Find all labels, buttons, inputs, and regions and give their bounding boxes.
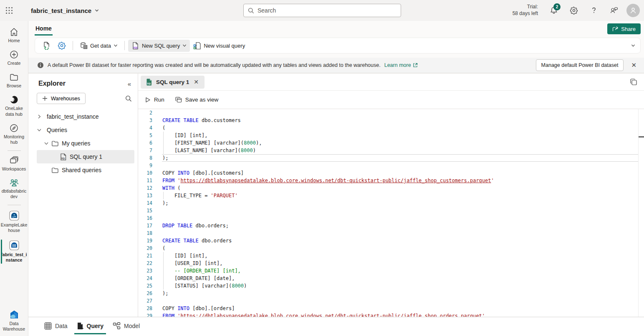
tree-item-fabric-test-instance[interactable]: fabric_test_instance xyxy=(37,110,134,123)
query-tab[interactable]: SQL SQL query 1 ✕ xyxy=(141,76,205,89)
learn-more-link[interactable]: Learn more xyxy=(384,62,418,68)
rail-item-browse[interactable]: Browse xyxy=(0,69,28,92)
app-launcher-icon[interactable] xyxy=(0,0,18,21)
code-line-19[interactable]: 19CREATE TABLE dbo.orders xyxy=(138,237,644,244)
search-tree-icon[interactable] xyxy=(125,95,132,102)
code-line-27[interactable]: 27 xyxy=(138,297,644,305)
rail-item-dbtlabsfabricdev[interactable]: dbtlabsfabricdev xyxy=(0,175,28,203)
feedback-button[interactable] xyxy=(604,0,624,21)
code-line-9[interactable]: 9 xyxy=(138,162,644,169)
rail-item-data-warehouse[interactable]: Data Warehouse xyxy=(0,307,28,335)
code-line-3[interactable]: 3CREATE TABLE dbo.customers xyxy=(138,117,644,124)
code-text: [FIRST_NAME] [varchar](8000), xyxy=(152,139,644,147)
get-data-button[interactable]: Get data xyxy=(76,40,121,52)
rail-item-label: Browse xyxy=(7,83,21,89)
settings-button[interactable] xyxy=(564,0,584,21)
rail-item-onelake-data-hub[interactable]: OneLake data hub xyxy=(0,92,28,120)
rail-divider xyxy=(8,150,21,151)
rail-item-monitoring-hub[interactable]: Monitoring hub xyxy=(0,120,28,148)
tree-item-my-queries[interactable]: My queries xyxy=(37,137,134,150)
code-line-4[interactable]: 4( xyxy=(138,124,644,132)
code-line-12[interactable]: 12WITH ( xyxy=(138,184,644,192)
line-number: 24 xyxy=(138,275,152,281)
settings-ribbon-button[interactable] xyxy=(54,39,69,52)
chevron-down-icon xyxy=(114,43,118,48)
code-text xyxy=(152,109,644,117)
code-line-11[interactable]: 11FROM 'https://dbtlabsynapsedatalake.bl… xyxy=(138,177,644,184)
rail-item-label: Workspaces xyxy=(2,166,26,172)
code-line-23[interactable]: 23 -- [ORDER_DATE] [int], xyxy=(138,267,644,275)
workspace-switcher[interactable]: fabric_test_instance xyxy=(31,7,99,14)
code-line-6[interactable]: 6 [FIRST_NAME] [varchar](8000), xyxy=(138,139,644,147)
code-line-14[interactable]: 14); xyxy=(138,199,644,207)
line-number: 7 xyxy=(138,148,152,153)
new-sql-query-button[interactable]: SQL New SQL query xyxy=(128,40,190,52)
indent-guide xyxy=(163,139,164,147)
share-icon xyxy=(612,26,619,32)
close-banner-icon[interactable]: ✕ xyxy=(629,60,638,71)
query-tab-title: SQL query 1 xyxy=(156,79,189,85)
rail-item-examplelakehouse[interactable]: ExampleLakehouse xyxy=(0,207,28,237)
bottom-tab-query[interactable]: Query xyxy=(74,317,106,334)
rail-item-create[interactable]: Create xyxy=(0,47,28,69)
run-button[interactable]: Run xyxy=(145,97,164,103)
code-line-5[interactable]: 5 [ID] [int], xyxy=(138,132,644,139)
help-button[interactable] xyxy=(584,0,604,21)
search-input[interactable]: Search xyxy=(243,4,401,17)
tree-item-queries[interactable]: Queries xyxy=(37,123,134,137)
tree-item-sql-query-1[interactable]: SQLSQL query 1 xyxy=(37,150,134,163)
code-line-8[interactable]: 8); xyxy=(138,154,644,162)
rail-item-workspaces[interactable]: Workspaces xyxy=(0,153,28,175)
data-grid-icon xyxy=(44,322,52,330)
sql-editor[interactable]: 23CREATE TABLE dbo.customers4(5 [ID] [in… xyxy=(138,109,644,317)
new-report-button[interactable] xyxy=(39,39,54,52)
line-number: 17 xyxy=(138,223,152,229)
code-line-18[interactable]: 18 xyxy=(138,229,644,237)
code-line-16[interactable]: 16 xyxy=(138,214,644,222)
play-icon xyxy=(145,97,151,103)
code-line-7[interactable]: 7 [LAST_NAME] [varchar](8000) xyxy=(138,147,644,154)
bottom-tab-model[interactable]: Model xyxy=(110,317,142,334)
code-line-21[interactable]: 21 [ID] [int], xyxy=(138,252,644,260)
code-text: CREATE TABLE dbo.orders xyxy=(152,237,644,244)
code-line-13[interactable]: 13 FILE_TYPE = 'PARQUET' xyxy=(138,192,644,199)
copy-stack-icon[interactable] xyxy=(630,78,637,86)
code-line-10[interactable]: 10COPY INTO [dbo].[customers] xyxy=(138,169,644,177)
code-line-28[interactable]: 28COPY INTO [dbo].[orders] xyxy=(138,305,644,312)
svg-text:SQL: SQL xyxy=(61,158,66,160)
line-number: 2 xyxy=(138,110,152,116)
tab-home[interactable]: Home xyxy=(35,23,53,36)
code-line-2[interactable]: 2 xyxy=(138,109,644,117)
code-line-26[interactable]: 26); xyxy=(138,290,644,297)
collapse-ribbon-icon[interactable] xyxy=(631,43,635,48)
line-number: 8 xyxy=(138,155,152,161)
tree-item-shared-queries[interactable]: Shared queries xyxy=(37,163,134,177)
code-line-22[interactable]: 22 [USER_ID] [int], xyxy=(138,260,644,267)
notifications-button[interactable]: 2 xyxy=(544,0,564,21)
collapse-panel-icon[interactable]: « xyxy=(128,80,131,87)
rail-item-home[interactable]: Home xyxy=(0,24,28,47)
code-line-29[interactable]: 29FROM 'https://dbtlabsynapsedatalake.bl… xyxy=(138,312,644,317)
code-line-20[interactable]: 20( xyxy=(138,244,644,252)
tree-item-label: fabric_test_instance xyxy=(47,113,99,120)
share-button[interactable]: Share xyxy=(607,23,641,34)
account-avatar[interactable] xyxy=(626,4,640,17)
save-as-view-button[interactable]: Save as view xyxy=(175,97,219,103)
code-line-24[interactable]: 24 [ORDER_DATE] [date], xyxy=(138,275,644,282)
code-line-25[interactable]: 25 [STATUS] [varchar](8000) xyxy=(138,282,644,290)
add-warehouses-button[interactable]: Warehouses xyxy=(37,93,86,104)
code-line-17[interactable]: 17DROP TABLE dbo.orders; xyxy=(138,222,644,229)
new-visual-query-button[interactable]: New visual query xyxy=(190,40,248,52)
monitoring-icon xyxy=(9,123,19,133)
close-tab-icon[interactable]: ✕ xyxy=(193,79,200,85)
code-text: [ID] [int], xyxy=(152,132,644,139)
chevron-right-icon[interactable] xyxy=(37,114,42,119)
explorer-tree: fabric_test_instanceQueriesMy queriesSQL… xyxy=(28,108,138,177)
code-line-15[interactable]: 15 xyxy=(138,207,644,214)
rail-item-fabric-test-instance[interactable]: fabric_test_instance xyxy=(0,237,28,266)
manage-dataset-button[interactable]: Manage default Power BI dataset xyxy=(536,59,624,71)
toolbar-separator xyxy=(124,41,125,50)
chevron-down-icon[interactable] xyxy=(44,141,49,146)
chevron-down-icon[interactable] xyxy=(37,127,42,132)
bottom-tab-data[interactable]: Data xyxy=(42,317,70,334)
